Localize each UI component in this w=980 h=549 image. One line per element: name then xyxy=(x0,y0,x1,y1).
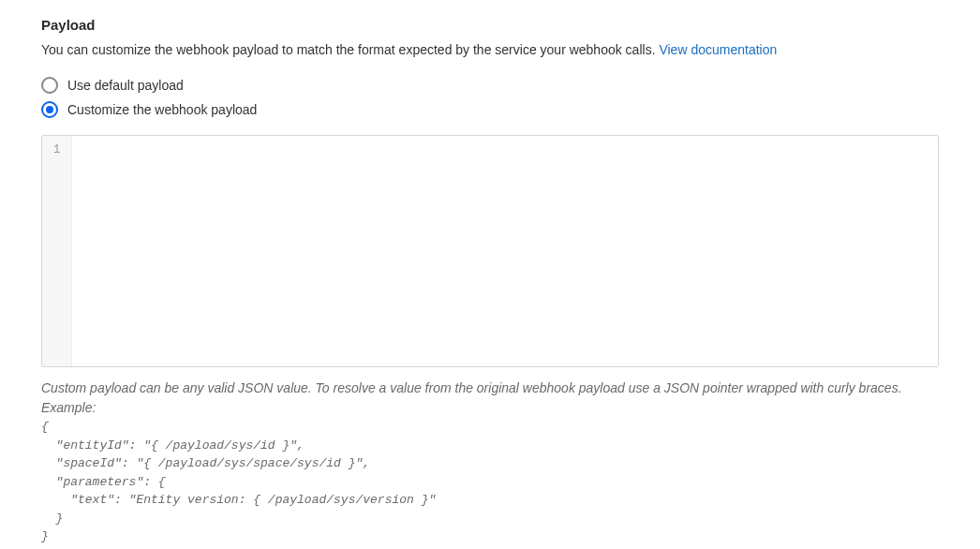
editor-textarea[interactable] xyxy=(72,136,938,366)
help-example-code: { "entityId": "{ /payload/sys/id }", "sp… xyxy=(41,418,939,546)
section-description: You can customize the webhook payload to… xyxy=(41,40,939,60)
payload-radio-group: Use default payload Customize the webhoo… xyxy=(41,73,939,122)
radio-custom-label: Customize the webhook payload xyxy=(67,102,257,117)
radio-customize-payload[interactable]: Customize the webhook payload xyxy=(41,97,939,122)
radio-icon xyxy=(41,77,58,94)
section-title: Payload xyxy=(41,17,939,33)
help-intro: Custom payload can be any valid JSON val… xyxy=(41,378,939,418)
radio-icon xyxy=(41,101,58,118)
line-number: 1 xyxy=(42,141,71,158)
payload-section: Payload You can customize the webhook pa… xyxy=(41,17,939,546)
description-text: You can customize the webhook payload to… xyxy=(41,42,659,57)
radio-default-label: Use default payload xyxy=(67,78,184,93)
view-documentation-link[interactable]: View documentation xyxy=(659,42,777,57)
editor-gutter: 1 xyxy=(42,136,72,366)
help-text: Custom payload can be any valid JSON val… xyxy=(41,378,939,546)
radio-default-payload[interactable]: Use default payload xyxy=(41,73,939,97)
payload-code-editor[interactable]: 1 xyxy=(41,135,939,367)
